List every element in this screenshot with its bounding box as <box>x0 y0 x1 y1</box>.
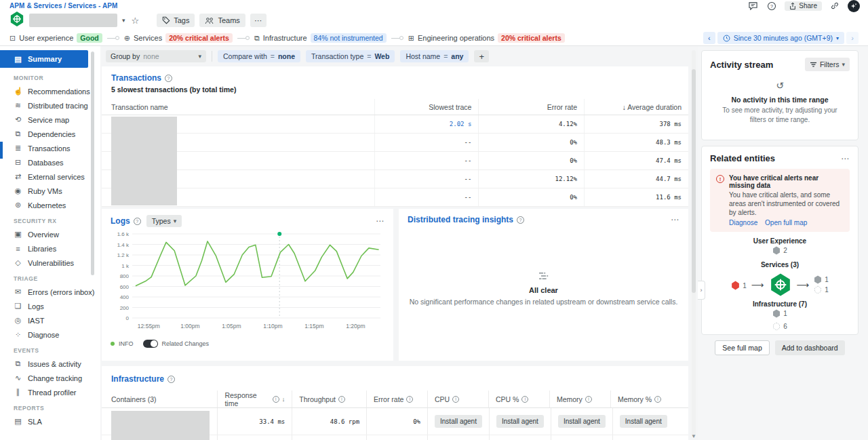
breadcrumb[interactable]: APM & Services / Services - APM <box>9 2 117 9</box>
panel-collapse-handle[interactable]: › <box>698 281 705 300</box>
help-icon[interactable]: ? <box>165 75 172 82</box>
copy-link-icon[interactable] <box>829 1 841 11</box>
info-icon[interactable]: i <box>452 396 459 403</box>
sidebar-item-overview[interactable]: ▣Overview <box>9 227 88 241</box>
column-header-transaction-name[interactable]: Transaction name <box>102 103 374 111</box>
sidebar-item-diagnose[interactable]: ⁘Diagnose <box>9 327 88 342</box>
filter-pill-transaction-type[interactable]: Transaction type=Web <box>306 50 395 62</box>
install-agent-button[interactable]: Install agent <box>435 415 482 428</box>
tags-button[interactable]: Tags <box>157 14 195 27</box>
transaction-row[interactable]: --12.12%44.7 ms <box>102 170 688 188</box>
status-segment-services[interactable]: ⊕Services20% critical alerts <box>124 33 233 43</box>
column-header-error-rate[interactable]: Error rate <box>478 99 584 115</box>
teams-button[interactable]: Teams <box>199 14 245 27</box>
infrastructure-title[interactable]: Infrastructure <box>111 374 164 384</box>
filter-pill-host-name[interactable]: Host name=any <box>400 50 469 62</box>
sidebar-item-thread-profiler[interactable]: ∥Thread profiler <box>9 385 88 399</box>
info-icon[interactable]: i <box>338 396 345 403</box>
help-icon[interactable]: ? <box>167 376 175 383</box>
sidebar-item-errors-errors-inbox[interactable]: ✉Errors (errors inbox) <box>9 285 88 299</box>
info-icon[interactable]: i <box>585 396 592 403</box>
logs-menu-button[interactable]: ⋯ <box>376 216 384 226</box>
column-header-response-time[interactable]: Response timei↓ <box>217 391 292 407</box>
activity-filters-button[interactable]: Filters ▾ <box>805 58 850 71</box>
sidebar-item-dependencies[interactable]: ⧉Dependencies <box>9 127 88 141</box>
logs-title[interactable]: Logs <box>111 216 130 226</box>
column-header-slowest-trace[interactable]: Slowest trace <box>374 99 478 115</box>
help-icon[interactable]: ? <box>134 218 141 225</box>
related-entities-menu-button[interactable]: ⋯ <box>841 154 850 163</box>
sidebar-item-kubernetes[interactable]: ⊛Kubernetes <box>9 198 88 212</box>
sidebar-item-logs[interactable]: ❏Logs <box>9 299 88 313</box>
info-icon[interactable]: i <box>406 396 413 403</box>
status-segment-infrastructure[interactable]: ⧉Infrastructure84% not instrumented <box>254 33 387 43</box>
open-full-map-link[interactable]: Open full map <box>765 219 807 226</box>
column-header-containers-3[interactable]: Containers (3) <box>102 395 217 403</box>
install-agent-button[interactable]: Install agent <box>558 415 606 428</box>
add-to-dashboard-button[interactable]: Add to dashboard <box>775 340 845 355</box>
sidebar-item-external-services[interactable]: ⇄External services <box>9 169 88 184</box>
column-header-memory[interactable]: Memory %i <box>610 391 688 407</box>
log-types-dropdown[interactable]: Types ▾ <box>146 215 182 227</box>
column-header-average-duration[interactable]: ↓ Average duration <box>584 99 688 115</box>
current-service-hexagon-icon[interactable] <box>769 273 792 297</box>
sidebar-item-label: Ruby VMs <box>28 187 62 195</box>
logs-chart[interactable]: 02004006008001 k1.2 k1.4 k1.6 k12:55pm1:… <box>111 227 383 334</box>
sidebar-item-libraries[interactable]: ≡Libraries <box>9 241 88 256</box>
time-forward-button[interactable]: › <box>846 32 859 44</box>
help-icon[interactable]: ? <box>766 1 778 11</box>
install-agent-button[interactable]: Install agent <box>620 415 667 428</box>
group-by-dropdown[interactable]: Group by none ▾ <box>106 50 206 62</box>
sidebar-item-iast[interactable]: ◎IAST <box>9 313 88 327</box>
share-button[interactable]: Share <box>785 1 822 11</box>
sidebar-item-distributed-tracing[interactable]: ≋Distributed tracing <box>9 98 88 113</box>
time-back-button[interactable]: ‹ <box>703 32 715 44</box>
install-agent-button[interactable]: Install agent <box>496 415 544 428</box>
status-segment-user-experience[interactable]: ⊡User experienceGood <box>9 33 102 43</box>
filter-pill-compare-with[interactable]: Compare with=none <box>218 50 300 62</box>
info-icon[interactable]: i <box>521 396 528 403</box>
sidebar-item-change-tracking[interactable]: ∿Change tracking <box>9 371 88 385</box>
diagnose-link[interactable]: Diagnose <box>729 219 757 226</box>
see-full-map-button[interactable]: See full map <box>715 340 769 355</box>
help-icon[interactable]: ? <box>517 216 524 224</box>
column-header-error-rate[interactable]: Error ratei <box>366 391 427 407</box>
service-name-redacted[interactable] <box>29 14 117 27</box>
add-filter-button[interactable]: + <box>474 50 489 62</box>
sidebar-item-ruby-vms[interactable]: ◉Ruby VMs <box>9 184 88 198</box>
column-header-memory[interactable]: Memoryi <box>549 391 610 407</box>
tracing-insights-title[interactable]: Distributed tracing insights <box>408 215 513 224</box>
info-icon[interactable]: i <box>273 396 279 403</box>
sidebar-scrollbar[interactable] <box>91 52 94 275</box>
main-scrollbar[interactable] <box>692 50 696 437</box>
info-icon[interactable]: i <box>654 396 661 403</box>
sidebar-item-recommendations[interactable]: ☝Recommendations <box>9 84 88 98</box>
transactions-title[interactable]: Transactions <box>111 73 161 83</box>
legend-label[interactable]: INFO <box>119 340 134 347</box>
sidebar-item-vulnerabilities[interactable]: ◇Vulnerabilities <box>9 256 88 270</box>
sidebar-item-service-map[interactable]: ⟲Service map <box>9 113 88 127</box>
sidebar-item-issues-activity[interactable]: ⧉Issues & activity <box>9 357 88 371</box>
transaction-row[interactable]: 2.02 s4.12%378 ms <box>102 115 688 134</box>
transaction-row[interactable]: --0%48.3 ms <box>102 134 688 152</box>
sidebar-item-sla[interactable]: ▤SLA <box>9 414 88 428</box>
feedback-icon[interactable] <box>747 1 759 11</box>
column-header-throughput[interactable]: Throughputi <box>292 391 366 407</box>
scroll-down-icon[interactable]: ▼ <box>691 433 696 439</box>
transaction-row[interactable]: --0%47.4 ms <box>102 152 688 170</box>
chevron-down-icon[interactable]: ▾ <box>122 17 125 24</box>
column-header-cpu[interactable]: CPUi <box>427 391 488 407</box>
slowest-trace-cell[interactable]: 2.02 s <box>374 115 478 133</box>
time-range-button[interactable]: Since 30 minutes ago (GMT+9) ▾ <box>717 32 844 44</box>
column-header-cpu[interactable]: CPU %i <box>488 391 549 407</box>
sidebar-item-databases[interactable]: ⊟Databases <box>9 155 88 169</box>
sidebar-item-summary[interactable]: ▤Summary <box>0 50 88 68</box>
more-actions-button[interactable]: ⋯ <box>250 14 267 27</box>
ai-assistant-button[interactable] <box>848 0 860 12</box>
related-changes-toggle[interactable] <box>143 340 158 348</box>
sidebar-item-transactions[interactable]: ≣Transactions <box>9 141 88 155</box>
transaction-row[interactable]: --0%11.6 ms <box>102 188 688 207</box>
tracing-menu-button[interactable]: ⋯ <box>671 215 679 224</box>
favorite-star-icon[interactable]: ☆ <box>132 16 140 26</box>
status-segment-engineering-operations[interactable]: ⊞Engineering operations20% critical aler… <box>408 33 565 43</box>
